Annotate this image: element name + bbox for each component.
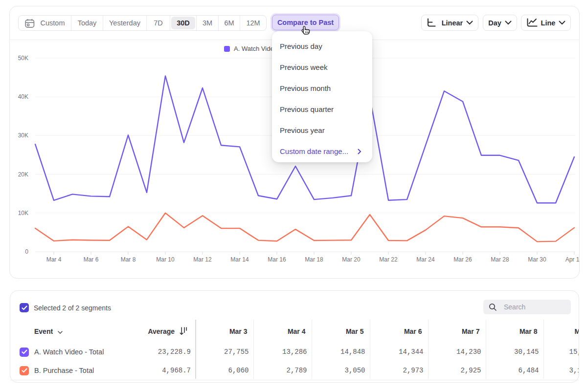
svg-text:Apr 1: Apr 1 xyxy=(565,256,580,263)
svg-text:Mar 22: Mar 22 xyxy=(379,256,398,263)
svg-text:Mar 30: Mar 30 xyxy=(528,256,546,263)
svg-text:Mar 20: Mar 20 xyxy=(342,256,361,263)
svg-text:Mar 16: Mar 16 xyxy=(268,256,286,263)
svg-text:Mar 24: Mar 24 xyxy=(416,256,435,263)
svg-text:Mar 4: Mar 4 xyxy=(46,256,62,263)
svg-text:Mar 12: Mar 12 xyxy=(193,256,212,263)
svg-text:50K: 50K xyxy=(18,55,28,62)
svg-text:Mar 26: Mar 26 xyxy=(453,256,472,263)
svg-text:20K: 20K xyxy=(18,171,28,178)
svg-text:Mar 18: Mar 18 xyxy=(305,256,323,263)
svg-text:40K: 40K xyxy=(18,93,28,100)
svg-text:Mar 6: Mar 6 xyxy=(84,256,99,263)
svg-text:Mar 14: Mar 14 xyxy=(230,256,249,263)
svg-text:30K: 30K xyxy=(18,132,28,139)
svg-text:0: 0 xyxy=(25,248,28,255)
svg-text:Mar 28: Mar 28 xyxy=(491,256,509,263)
svg-text:Mar 10: Mar 10 xyxy=(156,256,175,263)
svg-text:10K: 10K xyxy=(18,210,28,217)
svg-text:Mar 8: Mar 8 xyxy=(121,256,136,263)
